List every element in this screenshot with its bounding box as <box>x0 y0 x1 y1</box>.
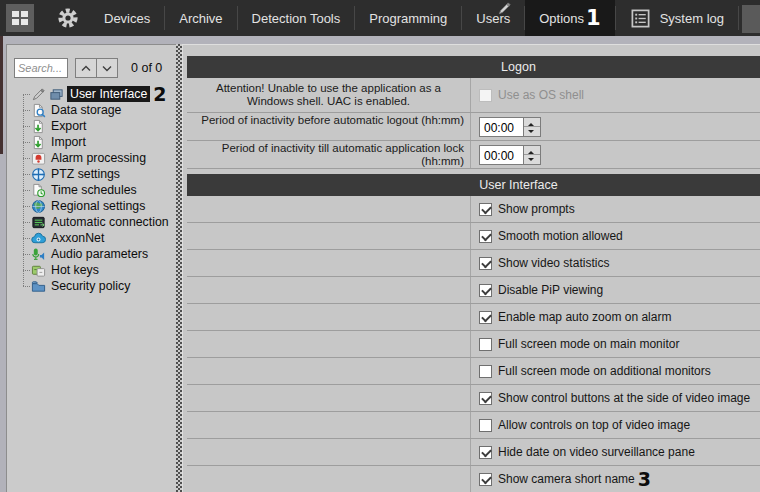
menu-item-detection-tools[interactable]: Detection Tools <box>238 0 355 36</box>
pencil-icon <box>497 1 512 20</box>
sidebar-item-time-schedules[interactable]: Time schedules <box>7 182 176 198</box>
pencil-icon <box>31 87 46 102</box>
checkbox-label: Show control buttons at the side of vide… <box>498 391 750 405</box>
connection-icon <box>31 215 46 230</box>
menu-item-label: Devices <box>104 11 150 26</box>
sidebar-item-security-policy[interactable]: Security policy <box>7 278 176 294</box>
option-row-left <box>187 439 471 465</box>
option-row-smooth-motion-allowed: Smooth motion allowed <box>187 223 760 250</box>
menu-item-archive[interactable]: Archive <box>165 0 236 36</box>
sidebar-item-data-storage[interactable]: Data storage <box>7 102 176 118</box>
spin-up-button[interactable] <box>524 146 540 156</box>
disable-pip-viewing-checkbox[interactable]: Disable PiP viewing <box>479 283 603 297</box>
full-screen-mode-on-main-monitor-checkbox[interactable]: Full screen mode on main monitor <box>479 337 679 351</box>
full-screen-mode-on-additional-monitors-checkbox[interactable]: Full screen mode on additional monitors <box>479 364 711 378</box>
option-row-left <box>187 412 471 438</box>
sidebar-item-hot-keys[interactable]: Hot keys <box>7 262 176 278</box>
ui-options-list: Show promptsSmooth motion allowedShow vi… <box>183 196 760 492</box>
option-row-show-video-statistics: Show video statistics <box>187 250 760 277</box>
layout-tiles-button[interactable] <box>6 4 34 32</box>
spin-up-button[interactable] <box>524 118 540 128</box>
auto-logout-row: Period of inactivity before automatic lo… <box>187 113 760 141</box>
option-row-right: Hide date on video surveillance pane <box>471 439 760 465</box>
checkbox-icon[interactable] <box>479 365 492 378</box>
menu-item-programming[interactable]: Programming <box>355 0 461 36</box>
sidebar-item-axxonnet[interactable]: AxxonNet <box>7 230 176 246</box>
tree-connector <box>23 238 30 239</box>
settings-gear-icon[interactable] <box>56 6 80 30</box>
checkbox-icon[interactable] <box>479 203 492 216</box>
hide-date-on-video-surveillance-pane-checkbox[interactable]: Hide date on video surveillance pane <box>479 445 695 459</box>
auto-logout-label: Period of inactivity before automatic lo… <box>187 113 471 140</box>
checkbox-label: Full screen mode on main monitor <box>498 337 679 351</box>
checkbox-label: Hide date on video surveillance pane <box>498 445 695 459</box>
spin-down-button[interactable] <box>524 127 540 136</box>
search-next-button[interactable] <box>96 58 118 78</box>
search-match-counter: 0 of 0 <box>131 61 162 75</box>
checkbox-icon[interactable] <box>479 311 492 324</box>
security-icon <box>31 279 46 294</box>
search-row: 0 of 0 <box>14 58 172 78</box>
ui-section-title: User Interface <box>479 178 558 192</box>
sidebar-item-automatic-connection[interactable]: Automatic connection <box>7 214 176 230</box>
checkbox-icon <box>479 89 492 102</box>
enable-map-auto-zoom-on-alarm-checkbox[interactable]: Enable map auto zoom on alarm <box>479 310 671 324</box>
sidebar-splitter[interactable] <box>176 44 182 492</box>
spinner-value[interactable]: 00:00 <box>480 146 523 164</box>
spin-down-button[interactable] <box>524 155 540 164</box>
spinner-value[interactable]: 00:00 <box>480 118 523 136</box>
checkbox-icon[interactable] <box>479 338 492 351</box>
sidebar-item-import[interactable]: Import <box>7 134 176 150</box>
menu-item-users[interactable]: Users <box>462 0 524 36</box>
checkbox-icon[interactable] <box>479 419 492 432</box>
checkbox-icon[interactable] <box>479 473 492 486</box>
auto-logout-spinner[interactable]: 00:00 <box>479 117 541 137</box>
chevron-up-icon <box>81 65 91 72</box>
option-row-enable-map-auto-zoom-on-alarm: Enable map auto zoom on alarm <box>187 304 760 331</box>
show-camera-short-name-checkbox[interactable]: Show camera short name <box>479 472 635 486</box>
option-row-right: Enable map auto zoom on alarm <box>471 304 760 330</box>
show-video-statistics-checkbox[interactable]: Show video statistics <box>479 256 609 270</box>
sidebar-item-ptz-settings[interactable]: PTZ settings <box>7 166 176 182</box>
checkbox-icon[interactable] <box>479 392 492 405</box>
sidebar-item-regional-settings[interactable]: Regional settings <box>7 198 176 214</box>
menu-item-options[interactable]: Options1 <box>525 0 614 36</box>
checkbox-icon[interactable] <box>479 284 492 297</box>
show-control-buttons-at-the-side-of-video-image-checkbox[interactable]: Show control buttons at the side of vide… <box>479 391 750 405</box>
sidebar-item-export[interactable]: Export <box>7 118 176 134</box>
sidebar-item-user-interface[interactable]: User Interface2 <box>7 86 176 102</box>
show-prompts-checkbox[interactable]: Show prompts <box>479 202 575 216</box>
checkbox-label: Show camera short name <box>498 472 635 486</box>
menu-item-devices[interactable]: Devices <box>90 0 164 36</box>
hotkeys-icon <box>31 263 46 278</box>
checkbox-icon[interactable] <box>479 446 492 459</box>
checkbox-icon[interactable] <box>479 257 492 270</box>
settings-tree: User Interface2Data storageExportImportA… <box>7 86 176 294</box>
sidebar-item-alarm-processing[interactable]: Alarm processing <box>7 150 176 166</box>
logon-section-title: Logon <box>501 60 536 74</box>
topbar-right-button[interactable] <box>742 5 760 33</box>
search-input[interactable] <box>14 58 68 78</box>
option-row-left <box>187 277 471 303</box>
tree-connector <box>23 126 30 127</box>
tree-connector <box>23 142 30 143</box>
sidebar-item-label: Time schedules <box>49 183 139 197</box>
smooth-motion-allowed-checkbox[interactable]: Smooth motion allowed <box>479 229 623 243</box>
option-row-right: Show video statistics <box>471 250 760 276</box>
option-row-left <box>187 385 471 411</box>
sidebar-item-label: Audio parameters <box>49 247 150 261</box>
allow-controls-on-top-of-video-image-checkbox[interactable]: Allow controls on top of video image <box>479 418 690 432</box>
search-prev-button[interactable] <box>75 58 97 78</box>
menu-item-system-log[interactable]: System log <box>616 0 738 36</box>
sidebar-item-audio-parameters[interactable]: Audio parameters <box>7 246 176 262</box>
auto-lock-spinner[interactable]: 00:00 <box>479 145 541 165</box>
tree-connector <box>23 94 30 95</box>
settings-sidebar: 0 of 0 User Interface2Data storageExport… <box>6 44 176 492</box>
data-storage-icon <box>31 103 46 118</box>
callout-3: 3 <box>638 470 651 489</box>
checkbox-icon[interactable] <box>479 230 492 243</box>
option-row-left <box>187 358 471 384</box>
option-row-full-screen-mode-on-main-monitor: Full screen mode on main monitor <box>187 331 760 358</box>
option-row-right: Show control buttons at the side of vide… <box>471 385 760 411</box>
logon-section-header: Logon <box>187 56 760 78</box>
